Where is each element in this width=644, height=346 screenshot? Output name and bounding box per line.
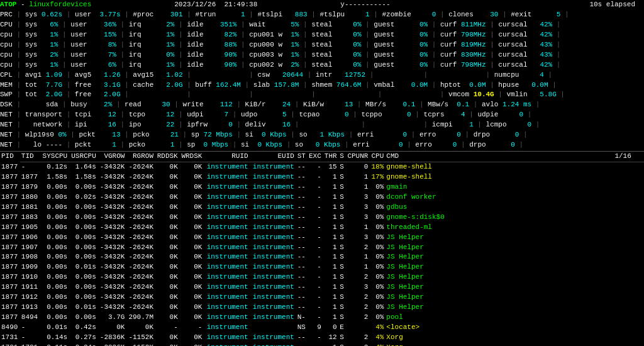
table-cell: 2 bbox=[345, 343, 370, 346]
table-cell: 0% bbox=[369, 243, 385, 253]
table-cell: 0K bbox=[155, 213, 179, 223]
table-cell: - bbox=[307, 262, 323, 272]
table-cell: -- bbox=[296, 162, 307, 172]
table-cell: -- bbox=[296, 172, 307, 182]
terminal-window: ATOP - linuxfordevices 2023/12/26 21:49:… bbox=[0, 0, 644, 346]
table-cell: S bbox=[338, 243, 345, 253]
table-cell: 0.00s bbox=[40, 252, 69, 262]
table-cell: -2624K bbox=[126, 303, 155, 313]
table-cell: instrument bbox=[203, 243, 249, 253]
table-cell: 0% bbox=[369, 293, 385, 303]
table-cell: 1877 bbox=[0, 193, 20, 203]
table-cell: -- bbox=[296, 272, 307, 282]
table-cell: 0K bbox=[155, 162, 179, 172]
table-cell: 1879 bbox=[20, 182, 40, 193]
table-cell: JS Helper bbox=[385, 262, 644, 272]
table-cell: 0K bbox=[179, 262, 204, 272]
table-cell: S bbox=[338, 282, 345, 293]
table-cell: instrument bbox=[203, 182, 249, 193]
table-cell: -- bbox=[296, 182, 307, 193]
table-row: 187718830.00s0.00s-3432K-2624K0K0Kinstru… bbox=[0, 213, 644, 223]
table-cell: 1 bbox=[345, 223, 370, 233]
table-cell: 1 bbox=[323, 293, 338, 303]
table-cell: 0K bbox=[179, 233, 204, 243]
table-cell: - bbox=[179, 323, 204, 333]
table-cell: 3 bbox=[345, 193, 370, 203]
table-cell: 0.00s bbox=[69, 272, 97, 282]
table-cell: - bbox=[307, 293, 323, 303]
table-cell: S bbox=[338, 162, 345, 172]
table-cell: S bbox=[338, 343, 345, 346]
table-cell: - bbox=[307, 213, 323, 223]
table-cell: instrument bbox=[203, 313, 249, 323]
table-cell: -- bbox=[296, 333, 307, 343]
table-cell: gnome-shell bbox=[385, 162, 644, 172]
table-cell: 1877 bbox=[20, 172, 40, 182]
table-row: 187719110.00s0.00s-3432K-2624K0K0Kinstru… bbox=[0, 282, 644, 293]
table-row: 187719120.00s0.00s-3432K-2624K0K0Kinstru… bbox=[0, 293, 644, 303]
table-cell: -2836K bbox=[97, 343, 126, 346]
col-wrdsk: WRDSK bbox=[179, 152, 204, 162]
table-cell: 0 bbox=[345, 162, 370, 172]
table-cell: gdbus bbox=[385, 203, 644, 213]
table-row: 187718771.58s1.58s-3432K-2624K0K0Kinstru… bbox=[0, 172, 644, 182]
table-cell: 0.12s bbox=[40, 162, 69, 172]
table-cell: 0.00s bbox=[40, 182, 69, 193]
table-cell: 0.00s bbox=[40, 213, 69, 223]
table-cell: 1877 bbox=[0, 172, 20, 182]
table-cell: 0% bbox=[369, 213, 385, 223]
table-cell: 4% bbox=[369, 323, 385, 333]
table-cell: instrument bbox=[250, 213, 296, 223]
table-cell: 2 bbox=[345, 333, 370, 343]
table-cell: S bbox=[338, 182, 345, 193]
col-exc: EXC bbox=[307, 152, 323, 162]
table-cell: -3432K bbox=[97, 272, 126, 282]
table-cell: 0K bbox=[179, 303, 204, 313]
table-cell: instrument bbox=[250, 282, 296, 293]
table-cell: 4% bbox=[369, 343, 385, 346]
table-cell: 0.14s bbox=[40, 333, 69, 343]
table-cell: - bbox=[307, 203, 323, 213]
table-cell: instrument bbox=[250, 162, 296, 172]
table-cell: 3 bbox=[345, 233, 370, 243]
table-cell: 1 bbox=[323, 343, 338, 346]
table-cell: 0K bbox=[155, 333, 179, 343]
table-cell: 1912 bbox=[20, 293, 40, 303]
table-cell: -3432K bbox=[97, 182, 126, 193]
table-row: 187719080.00s0.00s-3432K-2624K0K0Kinstru… bbox=[0, 252, 644, 262]
table-cell: 0K bbox=[179, 272, 204, 282]
table-cell: -2624K bbox=[126, 272, 155, 282]
table-cell: instrument bbox=[250, 223, 296, 233]
col-cpunr: CPUNR bbox=[345, 152, 370, 162]
table-cell: 1906 bbox=[20, 233, 40, 243]
table-cell: 1877 bbox=[0, 272, 20, 282]
table-cell: 1 bbox=[345, 252, 370, 262]
table-cell: 8490 bbox=[0, 323, 20, 333]
table-cell: 0.00s bbox=[69, 282, 97, 293]
table-cell: 1877 bbox=[0, 293, 20, 303]
table-cell: - bbox=[307, 162, 323, 172]
table-cell: 0K bbox=[179, 313, 204, 323]
table-cell: 1877 bbox=[0, 213, 20, 223]
table-cell: instrument bbox=[203, 233, 249, 243]
table-cell: 0K bbox=[179, 252, 204, 262]
table-row: 187719090.00s0.01s-3432K-2624K0K0Kinstru… bbox=[0, 262, 644, 272]
table-cell: <locate> bbox=[385, 323, 644, 333]
table-cell: 1731 bbox=[0, 343, 20, 346]
table-cell: 0K bbox=[179, 182, 204, 193]
table-cell: - bbox=[20, 162, 40, 172]
col-rddsk: RDDSK bbox=[155, 152, 179, 162]
table-cell: 1 bbox=[323, 203, 338, 213]
table-cell: 0.00s bbox=[69, 313, 97, 323]
table-cell: 0K bbox=[179, 333, 204, 343]
table-cell: 1913 bbox=[20, 303, 40, 313]
table-cell: 2 bbox=[345, 243, 370, 253]
table-row: 187719100.00s0.00s-3432K-2624K0K0Kinstru… bbox=[0, 272, 644, 282]
col-euid: EUID bbox=[250, 152, 296, 162]
table-cell: instrument bbox=[203, 293, 249, 303]
table-cell: gnome-s:disk$0 bbox=[385, 213, 644, 223]
table-cell: -2624K bbox=[126, 262, 155, 272]
table-cell: instrument bbox=[203, 252, 249, 262]
table-cell: instrument bbox=[203, 172, 249, 182]
table-cell: 1883 bbox=[20, 213, 40, 223]
